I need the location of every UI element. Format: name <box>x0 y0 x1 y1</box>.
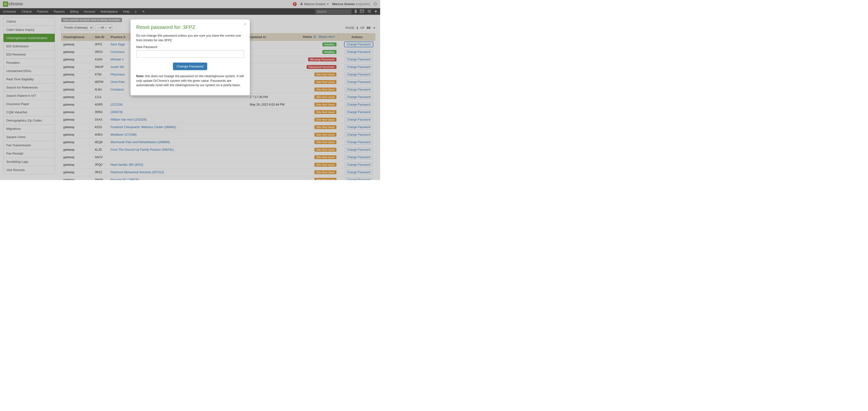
modal-overlay: × Reset password for: 3FPZ Do not change… <box>0 0 380 180</box>
new-password-label: New Password <box>136 45 244 49</box>
change-password-button[interactable]: Change Password <box>173 63 207 70</box>
reset-password-modal: × Reset password for: 3FPZ Do not change… <box>130 20 250 95</box>
modal-close-icon[interactable]: × <box>244 22 246 27</box>
modal-warning: Do not change this password unless you a… <box>136 33 244 43</box>
modal-note: Note: this does not change the password … <box>136 74 244 88</box>
new-password-input[interactable] <box>136 50 244 58</box>
modal-title: Reset password for: 3FPZ <box>136 24 244 30</box>
